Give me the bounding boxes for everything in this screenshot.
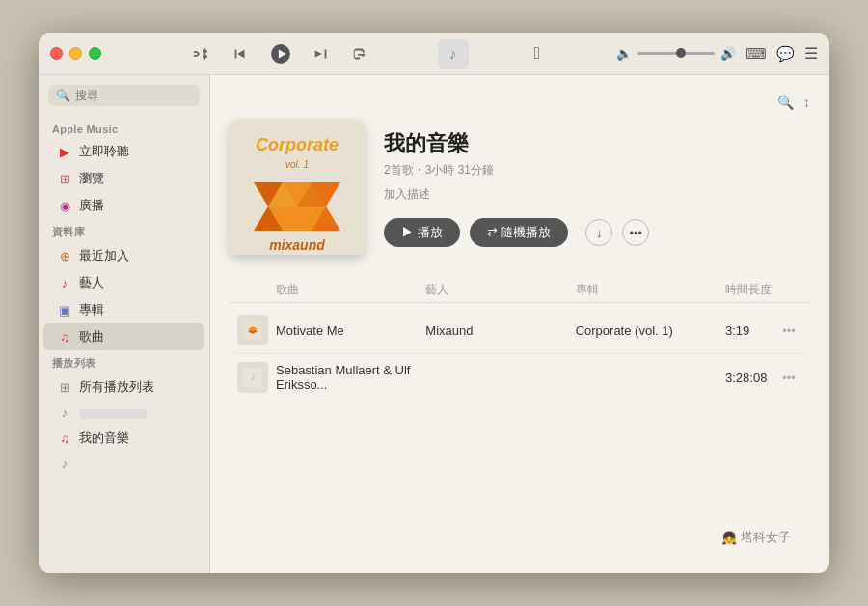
albums-icon: ▣ [57,303,72,317]
listen-now-icon: ▶ [57,145,72,159]
sidebar-item-label: 藝人 [79,274,104,291]
svg-text:Corporate: Corporate [256,135,339,154]
top-icons: 🔍 ↕ [230,95,810,110]
all-playlists-icon: ⊞ [57,380,72,395]
svg-text:mixaund: mixaund [269,237,325,253]
sidebar-item-label: 瀏覽 [79,170,104,187]
apple-logo:  [534,43,541,64]
sidebar-item-albums[interactable]: ▣ 專輯 [43,296,204,323]
volume-slider[interactable] [637,52,715,55]
artists-icon: ♪ [57,276,72,290]
sidebar-item-songs[interactable]: ♫ 歌曲 [43,323,204,350]
minimize-button[interactable] [69,47,82,60]
search-input[interactable] [75,89,192,102]
maximize-button[interactable] [89,47,101,60]
next-button[interactable] [309,43,334,65]
song-title: Motivate Me [276,323,425,338]
album-meta: 2首歌・3小時 31分鐘 [384,162,810,179]
album-info: 我的音樂 2首歌・3小時 31分鐘 加入描述 ▶ 播放 ⇄ 隨機播放 ↓ ••• [384,120,810,247]
titlebar: ♪  🔈 🔊 ⌨ 💬 ☰ [39,33,829,75]
section-title-apple-music: Apple Music [39,118,209,138]
content-search-button[interactable]: 🔍 [777,95,794,110]
song-album: Corporate (vol. 1) [576,323,725,338]
playlist-3-icon: ♪ [57,456,72,471]
shuffle-button[interactable] [189,43,214,65]
close-button[interactable] [50,47,63,60]
col-album: 專輯 [576,282,725,298]
music-note-icon: ♪ [438,39,469,69]
volume-high-icon: 🔊 [720,46,736,61]
volume-control[interactable]: 🔈 🔊 [616,46,736,61]
watermark-label: 塔科女子 [741,529,791,546]
sidebar-item-label: 歌曲 [79,328,104,345]
sidebar-item-artists[interactable]: ♪ 藝人 [43,269,204,296]
play-button[interactable]: ▶ 播放 [384,218,460,247]
sidebar-item-label: 廣播 [79,197,104,214]
songs-icon: ♫ [57,330,72,344]
playlist-1-icon: ♪ [57,405,72,420]
my-music-icon: ♫ [57,431,72,446]
sidebar-item-label: 立即聆聽 [79,143,129,160]
content-area: 🔍 ↕ Corporate vol. 1 [210,75,829,573]
action-buttons: ▶ 播放 ⇄ 隨機播放 ↓ ••• [384,218,810,247]
recently-added-icon: ⊕ [57,249,72,263]
sidebar-item-label [79,409,147,419]
lyrics-button[interactable]: 💬 [776,45,795,63]
sidebar-item-browse[interactable]: ⊞ 瀏覽 [43,165,204,192]
col-duration: 時間長度 [725,282,802,298]
song-thumb [237,315,268,345]
main-layout: 🔍 Apple Music ▶ 立即聆聽 ⊞ 瀏覽 ◉ 廣播 資料庫 ⊕ 最近加… [39,75,829,573]
table-row[interactable]: Motivate Me Mixaund Corporate (vol. 1) 3… [230,307,810,353]
search-icon: 🔍 [56,89,70,102]
sidebar-item-label: 專輯 [79,301,104,318]
sidebar-item-my-music[interactable]: ♫ 我的音樂 [43,425,204,452]
album-desc: 加入描述 [384,186,810,203]
song-more-button[interactable]: ••• [775,364,802,391]
browse-icon: ⊞ [57,172,72,186]
queue-button[interactable]: ☰ [804,44,818,63]
song-artist: Mixaund [425,323,575,338]
sidebar-item-radio[interactable]: ◉ 廣播 [43,192,204,219]
song-title: Sebastian Mullaert & Ulf Eriksso... [276,363,425,392]
app-window: ♪  🔈 🔊 ⌨ 💬 ☰ 🔍 Apple Music [39,33,829,573]
svg-text:♪: ♪ [251,372,256,382]
sidebar-item-label: 所有播放列表 [79,378,154,396]
download-button[interactable]: ↓ [585,219,612,246]
svg-text:vol. 1: vol. 1 [285,159,309,170]
table-row[interactable]: ♪ Sebastian Mullaert & Ulf Eriksso... 3:… [230,353,810,400]
album-header: Corporate vol. 1 mix [230,120,810,255]
song-table-header: 歌曲 藝人 專輯 時間長度 [230,278,810,303]
section-title-library: 資料庫 [39,219,209,242]
playback-controls: ♪  [113,39,616,69]
song-duration: 3:19 ••• [725,317,802,344]
repeat-button[interactable] [347,43,372,65]
traffic-lights [50,47,101,60]
shuffle-play-button[interactable]: ⇄ 隨機播放 [470,218,569,247]
col-thumb [237,282,276,298]
sidebar-item-listen-now[interactable]: ▶ 立即聆聽 [43,138,204,165]
album-cover: Corporate vol. 1 mix [230,120,365,255]
airplay-button[interactable]: ⌨ [746,45,767,63]
prev-button[interactable] [228,43,253,65]
song-duration: 3:28:08 ••• [725,364,802,391]
sidebar-item-playlist-3[interactable]: ♪ [43,452,204,476]
radio-icon: ◉ [57,199,72,213]
song-more-button[interactable]: ••• [775,317,802,344]
sidebar-item-label: 我的音樂 [79,429,129,447]
col-song: 歌曲 [276,282,425,298]
watermark: 👧 塔科女子 [721,529,791,546]
right-icons: ⌨ 💬 ☰ [746,44,818,63]
album-title: 我的音樂 [384,129,810,158]
sidebar: 🔍 Apple Music ▶ 立即聆聽 ⊞ 瀏覽 ◉ 廣播 資料庫 ⊕ 最近加… [39,75,210,573]
watermark-emoji: 👧 [721,531,737,545]
more-options-button[interactable]: ••• [622,219,649,246]
volume-low-icon: 🔈 [616,46,632,61]
sort-button[interactable]: ↕ [803,95,810,110]
sidebar-item-all-playlists[interactable]: ⊞ 所有播放列表 [43,373,204,400]
section-title-playlists: 播放列表 [39,350,209,373]
play-button[interactable] [266,41,295,67]
search-bar[interactable]: 🔍 [48,85,200,106]
sidebar-item-playlist-1[interactable]: ♪ [43,400,204,425]
sidebar-item-recently-added[interactable]: ⊕ 最近加入 [43,242,204,269]
song-thumb: ♪ [237,362,268,393]
